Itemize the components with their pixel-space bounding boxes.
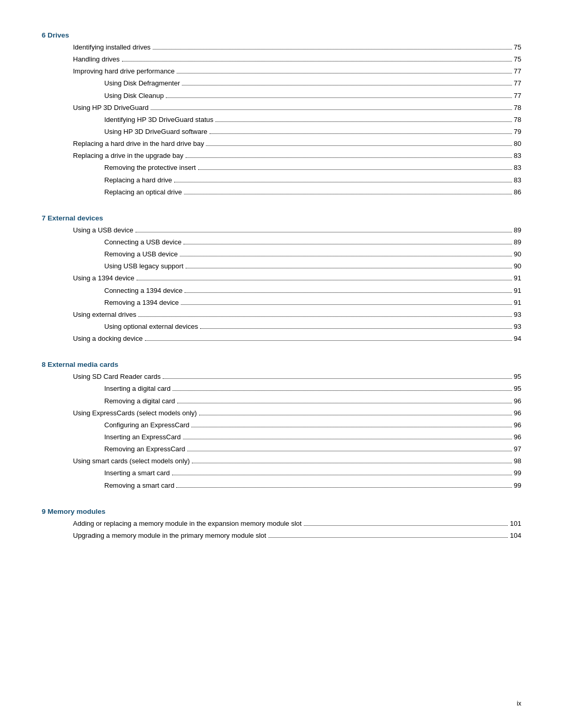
- entry-page-number: 75: [514, 42, 521, 53]
- entry-page-number: 89: [514, 237, 521, 248]
- entry-page-number: 86: [514, 187, 521, 198]
- entry-page-number: 96: [514, 396, 521, 406]
- entry-page-number: 95: [514, 384, 521, 394]
- entry-page-number: 99: [514, 468, 521, 478]
- toc-entry: Removing the protective insert83: [42, 163, 521, 173]
- toc-entry: Using optional external devices93: [42, 322, 521, 332]
- entry-dots: [192, 463, 512, 463]
- toc-entry: Replacing a drive in the upgrade bay83: [42, 151, 521, 161]
- toc-section-external-devices: 7 External devicesUsing a USB device89Co…: [42, 214, 521, 344]
- entry-dots: [166, 97, 511, 98]
- entry-dots: [176, 487, 511, 488]
- toc-entry: Using a 1394 device91: [42, 273, 521, 283]
- entry-dots: [304, 525, 508, 526]
- toc-entry: Adding or replacing a memory module in t…: [42, 519, 521, 529]
- toc-container: 6 DrivesIdentifying installed drives75Ha…: [42, 31, 521, 541]
- entry-text: Using a 1394 device: [73, 273, 134, 283]
- toc-entry: Upgrading a memory module in the primary…: [42, 530, 521, 541]
- entry-dots: [151, 109, 512, 110]
- entry-page-number: 77: [514, 91, 521, 101]
- entry-dots: [137, 280, 512, 280]
- entry-text: Using USB legacy support: [104, 261, 183, 272]
- entry-text: Handling drives: [73, 54, 120, 65]
- entry-page-number: 75: [514, 54, 521, 65]
- entry-text: Using smart cards (select models only): [73, 456, 190, 466]
- entry-dots: [186, 268, 512, 268]
- entry-text: Improving hard drive performance: [73, 66, 175, 77]
- section-heading-memory-modules: 9 Memory modules: [42, 508, 521, 515]
- entry-page-number: 93: [514, 310, 521, 320]
- entry-dots: [145, 340, 512, 341]
- toc-entry: Using Disk Defragmenter77: [42, 78, 521, 89]
- entry-page-number: 96: [514, 432, 521, 442]
- toc-entry: Using a USB device89: [42, 225, 521, 236]
- entry-dots: [173, 390, 511, 391]
- entry-text: Using SD Card Reader cards: [73, 372, 161, 382]
- entry-text: Adding or replacing a memory module in t…: [73, 519, 302, 529]
- entry-text: Using HP 3D DriveGuard software: [104, 127, 207, 137]
- entry-dots: [198, 169, 512, 170]
- toc-entry: Using smart cards (select models only)98: [42, 456, 521, 466]
- entry-page-number: 91: [514, 298, 521, 308]
- entry-text: Replacing a hard drive: [104, 175, 172, 186]
- footer-page-number: ix: [517, 700, 521, 707]
- entry-page-number: 104: [510, 530, 521, 541]
- entry-page-number: 93: [514, 322, 521, 332]
- entry-text: Using HP 3D DriveGuard: [73, 103, 149, 113]
- entry-text: Using a USB device: [73, 225, 133, 236]
- entry-dots: [185, 292, 511, 293]
- entry-dots: [122, 61, 512, 61]
- entry-text: Identifying HP 3D DriveGuard status: [104, 115, 213, 125]
- entry-text: Removing a smart card: [104, 480, 174, 491]
- entry-dots: [138, 316, 511, 317]
- entry-text: Removing the protective insert: [104, 163, 196, 173]
- entry-text: Removing a USB device: [104, 249, 178, 260]
- entry-dots: [215, 121, 511, 122]
- entry-text: Replacing a drive in the upgrade bay: [73, 151, 183, 161]
- entry-text: Replacing a hard drive in the hard drive…: [73, 139, 204, 149]
- toc-entry: Using USB legacy support90: [42, 261, 521, 272]
- entry-text: Removing a 1394 device: [104, 298, 179, 308]
- entry-page-number: 89: [514, 225, 521, 236]
- toc-entry: Using a docking device94: [42, 334, 521, 344]
- entry-page-number: 90: [514, 249, 521, 260]
- entry-dots: [181, 304, 511, 305]
- section-heading-drives: 6 Drives: [42, 31, 521, 39]
- entry-page-number: 77: [514, 66, 521, 77]
- entry-page-number: 91: [514, 273, 521, 283]
- toc-entry: Using Disk Cleanup77: [42, 91, 521, 101]
- entry-text: Configuring an ExpressCard: [104, 420, 189, 430]
- entry-text: Replacing an optical drive: [104, 187, 182, 198]
- entry-page-number: 96: [514, 420, 521, 430]
- entry-dots: [180, 256, 512, 256]
- entry-dots: [187, 451, 511, 451]
- toc-entry: Using HP 3D DriveGuard software79: [42, 127, 521, 137]
- entry-text: Removing an ExpressCard: [104, 444, 185, 454]
- entry-text: Using optional external devices: [104, 322, 198, 332]
- entry-dots: [183, 439, 512, 439]
- toc-entry: Removing a smart card99: [42, 480, 521, 491]
- entry-dots: [177, 73, 511, 73]
- toc-section-memory-modules: 9 Memory modulesAdding or replacing a me…: [42, 508, 521, 541]
- entry-dots: [191, 427, 511, 427]
- toc-section-drives: 6 DrivesIdentifying installed drives75Ha…: [42, 31, 521, 198]
- entry-page-number: 83: [514, 163, 521, 173]
- entry-page-number: 80: [514, 139, 521, 149]
- entry-text: Using a docking device: [73, 334, 143, 344]
- toc-entry: Replacing an optical drive86: [42, 187, 521, 198]
- entry-page-number: 78: [514, 103, 521, 113]
- entry-dots: [199, 415, 512, 415]
- entry-dots: [177, 403, 512, 403]
- entry-dots: [163, 378, 511, 379]
- entry-text: Identifying installed drives: [73, 42, 151, 53]
- toc-entry: Removing a USB device90: [42, 249, 521, 260]
- entry-dots: [183, 244, 511, 244]
- entry-text: Upgrading a memory module in the primary…: [73, 530, 266, 541]
- entry-dots: [174, 182, 511, 182]
- toc-entry: Using HP 3D DriveGuard78: [42, 103, 521, 113]
- entry-page-number: 98: [514, 456, 521, 466]
- entry-page-number: 91: [514, 286, 521, 296]
- toc-entry: Using SD Card Reader cards95: [42, 372, 521, 382]
- entry-dots: [200, 328, 512, 329]
- toc-entry: Identifying HP 3D DriveGuard status78: [42, 115, 521, 125]
